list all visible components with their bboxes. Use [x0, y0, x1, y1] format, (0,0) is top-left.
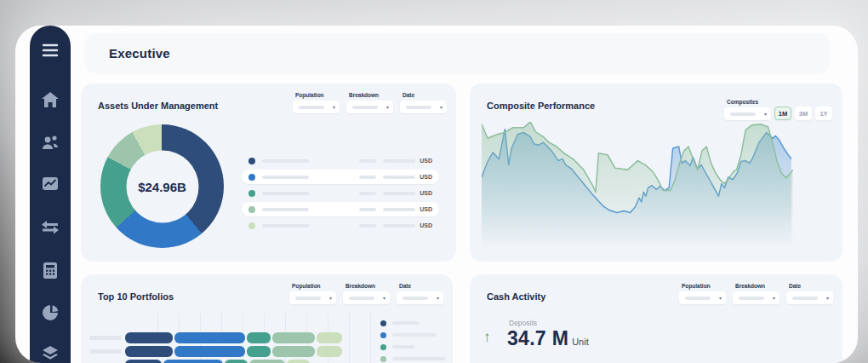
cash-population-select[interactable]: ▾ [679, 291, 726, 304]
top10-date-select[interactable]: ▾ [397, 291, 443, 304]
select-placeholder-skeleton [406, 106, 431, 109]
row-label-skeleton [89, 349, 122, 354]
top10-legend-item [380, 329, 445, 341]
cash-breakdown-select[interactable]: ▾ [733, 291, 779, 304]
filter-breakdown: Breakdown▾ [733, 283, 779, 304]
select-placeholder-skeleton [730, 112, 756, 116]
deposits-unit: Unit [572, 337, 589, 347]
portfolio-bar-row [89, 346, 344, 357]
legend-name-skeleton [392, 345, 414, 349]
deposits-up-arrow-icon: ↑ [483, 329, 491, 346]
sidebar-layers-icon[interactable] [41, 343, 60, 362]
filter-label-date: Date [399, 283, 443, 289]
aum-population-select[interactable]: ▾ [293, 101, 340, 113]
legend-color-dot [248, 158, 255, 164]
cash-filters: Population▾Breakdown▾Date▾ [679, 283, 833, 304]
legend-name-skeleton [262, 176, 309, 179]
filter-population: Population▾ [679, 283, 726, 304]
aum-breakdown-select[interactable]: ▾ [346, 101, 393, 113]
top10-breakdown-select[interactable]: ▾ [343, 291, 390, 304]
bar-segment [249, 360, 285, 363]
bar-segment [225, 360, 248, 363]
select-placeholder-skeleton [352, 106, 378, 109]
legend-value-skeleton [359, 224, 376, 228]
select-placeholder-skeleton [792, 297, 818, 300]
portfolio-bar-row [89, 332, 344, 343]
legend-color-dot [380, 332, 386, 338]
chevron-down-icon: ▾ [440, 105, 443, 110]
bar-segment [174, 332, 245, 343]
aum-total-value: $24.96B [138, 179, 186, 193]
gridline [370, 314, 371, 363]
sidebar-transfers-icon[interactable] [41, 217, 60, 236]
sidebar-portfolios-icon[interactable] [41, 174, 60, 193]
aum-legend-row[interactable]: USD [242, 202, 439, 216]
top10-population-select[interactable]: ▾ [289, 291, 336, 304]
bar-segment [287, 360, 310, 363]
aum-legend-list: USDUSDUSDUSDUSD [242, 153, 439, 234]
filter-date: Date▾ [400, 92, 447, 113]
filter-label-population: Population [292, 283, 336, 289]
chevron-down-icon: ▾ [826, 296, 829, 301]
legend-color-dot [248, 190, 255, 197]
gridline [349, 314, 350, 363]
range-button-3m[interactable]: 3M [795, 107, 812, 120]
chevron-down-icon: ▾ [764, 112, 767, 117]
legend-name-skeleton [262, 208, 309, 211]
card-assets-under-management: Assets Under Management Population▾Break… [81, 84, 456, 262]
card-title-top10: Top 10 Portfolios [98, 291, 174, 302]
range-button-1y[interactable]: 1Y [815, 107, 832, 120]
bar-segment [163, 360, 223, 363]
deposits-label: Deposits [509, 319, 537, 327]
bar-segment [247, 346, 271, 357]
aum-filters: Population▾Breakdown▾Date▾ [293, 92, 447, 113]
row-label-skeleton [89, 336, 122, 340]
sidebar-clients-icon[interactable] [41, 133, 60, 152]
top10-filters: Population▾Breakdown▾Date▾ [289, 283, 443, 304]
chevron-down-icon: ▾ [719, 296, 722, 301]
deposits-stat: 34.7 M Unit [507, 327, 589, 350]
composite-green-area [482, 122, 793, 254]
legend-name-skeleton [392, 333, 437, 337]
top10-stacked-bar-chart [81, 312, 453, 363]
chevron-down-icon: ▾ [773, 296, 775, 301]
filter-label-breakdown: Breakdown [735, 283, 779, 289]
aum-legend-row[interactable]: USD [242, 218, 439, 233]
sidebar-home-icon[interactable] [41, 90, 60, 109]
aum-legend-row[interactable]: USD [242, 186, 439, 200]
chevron-down-icon: ▾ [383, 296, 385, 301]
legend-currency-label: USD [420, 222, 432, 228]
deposits-value: 34.7 M [507, 327, 568, 350]
filter-label-date: Date [403, 92, 447, 98]
filter-population: Population▾ [289, 283, 336, 304]
aum-donut-hole: $24.96B [126, 150, 198, 222]
card-title-aum: Assets Under Management [98, 101, 218, 111]
sidebar-analytics-icon[interactable] [41, 303, 60, 322]
bar-segment [317, 346, 342, 357]
sidebar-calculator-icon[interactable] [41, 261, 60, 279]
select-placeholder-skeleton [295, 297, 321, 300]
sidebar-menu-icon[interactable] [41, 41, 60, 60]
filter-population: Population▾ [293, 92, 340, 113]
filter-label-population: Population [682, 283, 726, 289]
filter-breakdown: Breakdown▾ [346, 92, 393, 113]
legend-color-dot [248, 206, 255, 213]
legend-color-dot [380, 320, 386, 326]
filter-label-composites: Composites [727, 99, 758, 105]
legend-amount-skeleton [383, 208, 415, 211]
select-placeholder-skeleton [299, 106, 324, 109]
aum-legend-row[interactable]: USD [242, 153, 439, 168]
select-placeholder-skeleton [685, 297, 711, 300]
range-button-1m[interactable]: 1M [774, 107, 791, 120]
chevron-down-icon: ▾ [329, 296, 332, 301]
composite-composites-select[interactable]: ▾ [724, 107, 771, 120]
bar-segment [125, 346, 173, 357]
aum-date-select[interactable]: ▾ [400, 101, 447, 113]
filter-breakdown: Breakdown▾ [343, 283, 390, 304]
cash-date-select[interactable]: ▾ [786, 291, 833, 304]
aum-legend-row[interactable]: USD [242, 170, 439, 184]
top10-legend-item [380, 341, 445, 353]
legend-value-skeleton [359, 192, 376, 195]
legend-color-dot [380, 356, 386, 362]
bar-segment [247, 332, 271, 343]
